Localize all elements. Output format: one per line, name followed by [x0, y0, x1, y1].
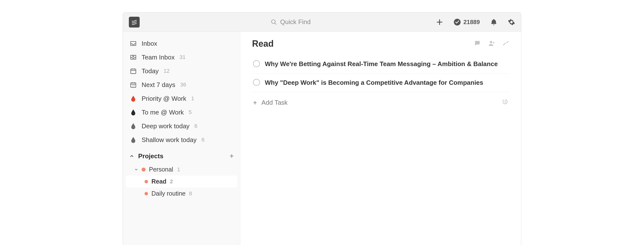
- calendar-week-icon: +7: [129, 81, 137, 89]
- project-color-dot: [142, 168, 146, 171]
- sidebar-item-count: 6: [194, 123, 197, 129]
- project-personal[interactable]: Personal 1: [123, 163, 240, 175]
- sidebar-item-count: 12: [164, 68, 169, 74]
- svg-rect-3: [131, 69, 136, 74]
- app-logo[interactable]: [129, 17, 140, 28]
- plus-icon: [436, 19, 443, 26]
- sidebar-item-today[interactable]: Today 12: [123, 64, 240, 78]
- sidebar-item-label: Priority @ Work: [142, 95, 186, 102]
- sidebar-filter-shallow-work[interactable]: Shallow work today 6: [123, 133, 240, 147]
- sidebar-item-count: 5: [189, 109, 192, 116]
- subproject-count: 8: [189, 190, 192, 197]
- project-label: Personal: [149, 166, 173, 173]
- topbar-actions: 21889: [436, 19, 515, 26]
- comment-icon: [474, 40, 481, 47]
- team-inbox-icon: [129, 53, 137, 61]
- main-actions: [474, 40, 509, 48]
- sidebar-item-label: Shallow work today: [142, 136, 196, 144]
- sidebar-item-label: Deep work today: [142, 122, 190, 130]
- bell-icon: [490, 19, 498, 26]
- subproject-label: Read: [152, 178, 166, 185]
- project-count: 1: [177, 166, 180, 173]
- main-panel: Read Why We're Betting Against Real-Time…: [240, 32, 521, 245]
- project-color-dot: [144, 192, 148, 195]
- plus-icon: +: [253, 99, 257, 107]
- calendar-today-icon: [129, 67, 137, 75]
- drop-icon: [129, 108, 137, 116]
- sidebar-filter-tome-work[interactable]: To me @ Work 5: [123, 105, 240, 119]
- sidebar-item-label: Team Inbox: [142, 54, 174, 61]
- page-title: Read: [252, 39, 474, 49]
- drop-icon: [129, 95, 137, 102]
- subproject-label: Daily routine: [152, 190, 186, 197]
- todoist-logo-icon: [131, 19, 138, 25]
- sidebar-item-count: 1: [191, 95, 194, 102]
- project-color-dot: [144, 180, 148, 183]
- task-row[interactable]: Why We're Betting Against Real-Time Team…: [252, 55, 509, 74]
- sidebar-item-label: Inbox: [142, 40, 157, 48]
- task-row[interactable]: Why "Deep Work" is Becoming a Competitiv…: [252, 74, 509, 92]
- search-icon: [271, 19, 277, 25]
- sidebar-item-label: Today: [142, 67, 158, 75]
- task-checkbox[interactable]: [253, 79, 260, 86]
- sidebar-filter-priority-work[interactable]: Priority @ Work 1: [123, 92, 240, 105]
- sidebar-item-count: 6: [202, 137, 204, 143]
- add-task-label: Add Task: [262, 99, 288, 106]
- topbar: Quick Find 21889: [123, 13, 521, 32]
- check-circle-icon: [454, 19, 461, 26]
- drop-icon: [129, 122, 137, 130]
- sidebar-item-count: 31: [180, 54, 185, 61]
- history-icon: [502, 99, 508, 105]
- subproject-read[interactable]: Read 2: [126, 175, 237, 187]
- chevron-up-icon: [129, 154, 134, 158]
- sidebar-item-team-inbox[interactable]: Team Inbox 31: [123, 50, 240, 64]
- task-checkbox[interactable]: [253, 60, 260, 67]
- main-header: Read: [252, 39, 509, 49]
- sidebar-item-label: To me @ Work: [142, 109, 184, 116]
- notifications-button[interactable]: [490, 19, 498, 26]
- karma-button[interactable]: 21889: [454, 19, 480, 26]
- drop-icon: [129, 136, 137, 144]
- subproject-count: 2: [170, 178, 173, 185]
- sidebar: Inbox Team Inbox 31 Today 12 +7: [123, 32, 240, 245]
- add-task-button[interactable]: [436, 19, 443, 26]
- comments-button[interactable]: [474, 40, 481, 48]
- sidebar-item-next7days[interactable]: +7 Next 7 days 36: [123, 78, 240, 92]
- settings-button[interactable]: [508, 19, 515, 26]
- search-placeholder: Quick Find: [280, 18, 310, 26]
- sidebar-item-inbox[interactable]: Inbox: [123, 37, 240, 50]
- tools-icon: [502, 40, 509, 47]
- add-task-row[interactable]: + Add Task: [252, 92, 509, 113]
- person-add-icon: [488, 40, 495, 47]
- share-button[interactable]: [488, 40, 495, 48]
- projects-section-header[interactable]: Projects +: [123, 149, 240, 163]
- task-title: Why "Deep Work" is Becoming a Competitiv…: [265, 78, 483, 87]
- svg-line-1: [275, 23, 276, 25]
- svg-point-6: [490, 41, 492, 43]
- more-actions-button[interactable]: [502, 40, 509, 48]
- sidebar-item-label: Next 7 days: [142, 81, 175, 89]
- add-project-button[interactable]: +: [230, 152, 234, 160]
- projects-label: Projects: [138, 152, 164, 160]
- inbox-icon: [129, 40, 137, 48]
- app-window: Quick Find 21889: [123, 12, 521, 245]
- task-title: Why We're Betting Against Real-Time Team…: [265, 60, 498, 68]
- gear-icon: [508, 19, 515, 26]
- svg-text:+7: +7: [132, 85, 135, 87]
- search-area[interactable]: Quick Find: [148, 18, 433, 26]
- sidebar-item-count: 36: [180, 82, 186, 88]
- chevron-down-icon: [134, 168, 138, 171]
- history-button[interactable]: [502, 99, 508, 107]
- karma-count: 21889: [463, 19, 480, 26]
- sidebar-filter-deep-work[interactable]: Deep work today 6: [123, 119, 240, 133]
- content-area: Inbox Team Inbox 31 Today 12 +7: [123, 32, 521, 245]
- svg-point-0: [272, 20, 275, 23]
- subproject-daily-routine[interactable]: Daily routine 8: [123, 187, 240, 199]
